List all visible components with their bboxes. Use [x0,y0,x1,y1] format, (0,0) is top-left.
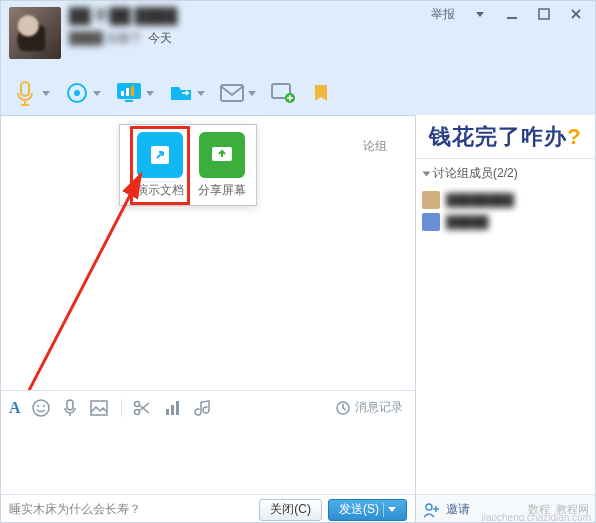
mic-icon [61,398,79,418]
group-subtitle-blurred: ████ 创建于 [69,30,142,47]
close-button[interactable] [561,3,591,25]
share-screen-button[interactable]: 分享屏幕 [198,132,246,199]
favorite-button[interactable] [308,80,334,106]
history-button[interactable]: 消息记录 [335,399,407,416]
video-icon [64,80,90,106]
music-button[interactable] [194,399,214,417]
favorite-icon [310,82,332,104]
right-pane: 钱花完了咋办? 讨论组成员(2/2) ████████ █████ 邀请 [415,115,595,523]
svg-rect-6 [121,91,124,96]
invite-icon [422,502,440,518]
screen-share-button[interactable] [113,79,156,107]
left-pane: 论组 演示文档 分享屏幕 [1,115,415,523]
chart-icon [164,399,182,417]
group-subtitle: 今天 [148,30,172,47]
action-toolbar [1,71,595,115]
svg-rect-0 [507,17,517,19]
font-button[interactable]: A [9,399,21,417]
image-button[interactable] [89,399,111,417]
group-avatar[interactable] [9,7,61,59]
separator [121,399,122,417]
member-avatar [422,191,440,209]
maximize-button[interactable] [529,3,559,25]
member-item[interactable]: █████ [422,212,589,232]
svg-rect-19 [67,400,73,410]
hint-link[interactable]: 睡实木床为什么会长寿？ [9,501,141,518]
voice-icon [11,79,39,107]
svg-rect-1 [539,9,549,19]
svg-rect-20 [91,401,107,415]
svg-rect-25 [176,401,179,415]
voice-msg-button[interactable] [61,398,79,418]
svg-rect-8 [131,86,134,96]
maximize-icon [538,8,550,20]
video-call-button[interactable] [62,78,103,108]
emoji-button[interactable] [31,398,51,418]
members-header[interactable]: 讨论组成员(2/2) [416,159,595,188]
content-area: 论组 演示文档 分享屏幕 [1,115,595,523]
present-doc-button[interactable]: 演示文档 [136,132,184,199]
svg-rect-9 [125,100,133,102]
svg-line-15 [21,174,141,390]
promo-banner[interactable]: 钱花完了咋办? [416,115,595,159]
svg-rect-2 [21,82,29,96]
chevron-down-icon [93,91,101,96]
screen-share-icon [115,81,143,105]
close-chat-button[interactable]: 关闭(C) [259,499,322,521]
edit-toolbar: A [1,390,415,424]
send-file-button[interactable] [166,80,207,106]
mail-icon [219,83,245,103]
svg-point-27 [426,504,432,510]
present-doc-icon [137,132,183,178]
image-icon [89,399,109,417]
message-input[interactable] [1,424,415,494]
emoji-icon [31,398,51,418]
add-app-icon [270,82,296,104]
share-popup: 演示文档 分享屏幕 [119,124,257,206]
mail-button[interactable] [217,81,258,105]
invite-label[interactable]: 邀请 [446,501,470,518]
group-title: ██ 不██ ████ [69,7,177,26]
minimize-icon [506,8,518,20]
close-icon [570,8,582,20]
chevron-down-icon [423,171,431,176]
chevron-down-icon [42,91,50,96]
chevron-down-icon [388,507,396,512]
promo-text: 钱花完了咋办 [429,122,567,152]
highlight-box: 演示文档 [130,126,190,205]
chevron-down-icon [476,12,484,17]
svg-rect-10 [221,85,243,101]
minimize-button[interactable] [497,3,527,25]
svg-rect-23 [166,409,169,415]
window-controls: 举报 [423,1,595,27]
members-header-label: 讨论组成员(2/2) [433,165,518,182]
member-list: ████████ █████ [416,188,595,494]
scissors-icon [132,399,152,417]
chevron-down-icon [197,91,205,96]
source-watermark: jiaocheng.chazidian.com [481,512,591,523]
voice-call-button[interactable] [9,77,52,109]
message-banner: 论组 [363,138,387,155]
share-screen-label: 分享屏幕 [198,182,246,199]
send-button[interactable]: 发送(S) [328,499,407,521]
chart-button[interactable] [164,399,184,417]
chat-area: 论组 演示文档 分享屏幕 [1,116,415,390]
share-screen-menu-icon [199,132,245,178]
present-doc-label: 演示文档 [136,182,184,199]
svg-point-17 [37,405,39,407]
screenshot-button[interactable] [132,399,154,417]
titlebar: ██ 不██ ████ ████ 创建于 今天 举报 [1,1,595,71]
svg-point-18 [43,405,45,407]
send-file-icon [168,82,194,104]
add-app-button[interactable] [268,80,298,106]
music-icon [194,399,212,417]
member-item[interactable]: ████████ [422,190,589,210]
svg-point-4 [74,90,80,96]
report-label: 举报 [431,6,455,23]
member-name: █████ [446,215,489,229]
svg-rect-24 [171,405,174,415]
report-button[interactable]: 举报 [423,6,463,23]
dropdown-button[interactable] [465,3,495,25]
chevron-down-icon [248,91,256,96]
bottom-bar: 睡实木床为什么会长寿？ 关闭(C) 发送(S) [1,494,415,523]
